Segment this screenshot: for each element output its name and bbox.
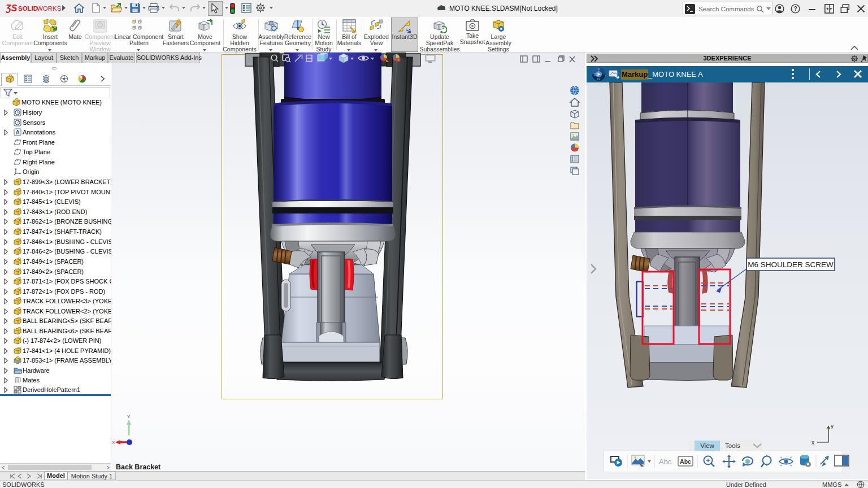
svg-text:X: X	[112, 440, 115, 445]
svg-text:SOLID: SOLID	[18, 5, 38, 12]
svg-text:x: x	[811, 439, 814, 446]
svg-text:ƷS: ƷS	[6, 3, 18, 13]
svg-text:3D: 3D	[594, 73, 598, 76]
svg-text:y: y	[831, 423, 834, 429]
svg-text:LV: LV	[597, 78, 600, 81]
svg-text:Back Bracket: Back Bracket	[116, 463, 161, 471]
svg-text:M6 SHOULDER SCREW: M6 SHOULDER SCREW	[748, 260, 834, 269]
svg-text:Abc: Abc	[680, 458, 691, 465]
svg-text:Abc: Abc	[659, 457, 672, 466]
svg-text:A: A	[15, 129, 19, 136]
svg-text:?: ?	[793, 6, 797, 12]
svg-text:Y: Y	[127, 414, 131, 419]
svg-text:WORKS: WORKS	[37, 5, 62, 12]
